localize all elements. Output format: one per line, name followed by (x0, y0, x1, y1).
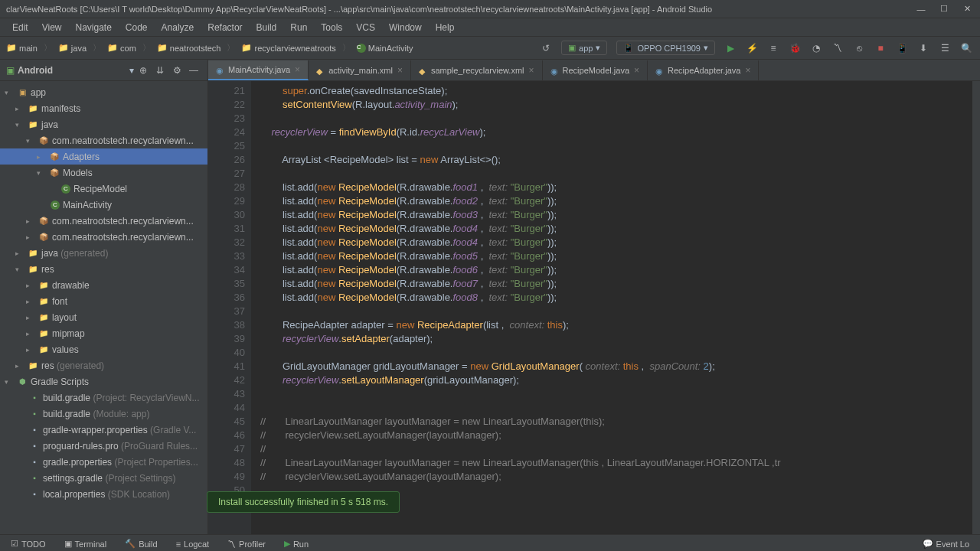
collapse-icon[interactable]: ⇊ (152, 63, 168, 78)
code-editor[interactable]: 2122232425262728293031323334353637383940… (208, 81, 980, 534)
minimize-icon[interactable]: — (914, 4, 928, 15)
tree-mainactivity[interactable]: CMainActivity (0, 197, 207, 213)
tab-todo[interactable]: ☑TODO (3, 537, 54, 550)
menu-refactor[interactable]: Refactor (201, 21, 248, 34)
hammer-icon: 🔨 (125, 539, 136, 549)
tree-file[interactable]: ▪gradle-wrapper.properties (Gradle V... (0, 422, 207, 438)
attach-icon[interactable]: ⎋ (850, 39, 868, 57)
breadcrumb-item[interactable]: 📁recyclarviewneatroots (238, 41, 338, 54)
tree-recipemodel[interactable]: CRecipeModel (0, 181, 207, 197)
package-icon: 📦 (49, 168, 60, 178)
tree-layout[interactable]: ▸📁layout (0, 309, 207, 325)
menu-vcs[interactable]: VCS (350, 21, 381, 34)
maximize-icon[interactable]: ☐ (937, 4, 951, 15)
tab-terminal[interactable]: ▣Terminal (57, 537, 115, 550)
chevron-down-icon[interactable]: ▾ (129, 65, 134, 76)
stop-icon[interactable]: ■ (871, 39, 890, 57)
tab-build[interactable]: 🔨Build (117, 537, 165, 550)
menu-run[interactable]: Run (284, 21, 313, 34)
close-icon[interactable]: × (295, 64, 300, 75)
java-icon: ◉ (216, 66, 224, 73)
package-icon: 📦 (38, 232, 49, 243)
close-icon[interactable]: ✕ (960, 4, 974, 15)
menu-edit[interactable]: Edit (6, 21, 34, 34)
tree-app[interactable]: ▾▣app (0, 84, 207, 100)
package-icon: 📦 (38, 216, 49, 227)
tab-sample-recyclarview[interactable]: ◆sample_recyclarview.xml× (411, 60, 543, 80)
avd-icon[interactable]: 📱 (893, 39, 911, 57)
sidebar-title[interactable]: Android (18, 65, 129, 76)
list-icon[interactable]: ≡ (764, 39, 782, 57)
tree-file[interactable]: ▪build.gradle (Project: RecyclarViewN... (0, 390, 207, 406)
tree-file[interactable]: ▪build.gradle (Module: app) (0, 406, 207, 422)
tab-logcat[interactable]: ≡Logcat (168, 538, 217, 550)
breadcrumb-item[interactable]: 📁main (3, 41, 41, 54)
tree-file[interactable]: ▪proguard-rules.pro (ProGuard Rules... (0, 438, 207, 454)
run-icon[interactable]: ▶ (721, 39, 740, 57)
project-tree[interactable]: ▾▣app ▸📁manifests ▾📁java ▾📦com.neatroots… (0, 81, 207, 534)
xml-icon: ◆ (419, 67, 426, 74)
tree-values[interactable]: ▸📁values (0, 341, 207, 357)
code-content[interactable]: super.onCreate(savedInstanceState); setC… (251, 81, 980, 534)
hide-icon[interactable]: — (186, 63, 201, 78)
tree-manifests[interactable]: ▸📁manifests (0, 100, 207, 116)
properties-icon: ▪ (29, 457, 40, 468)
breadcrumb: 📁main〉 📁java〉 📁com〉 📁neatrootstech〉 📁rec… (3, 41, 416, 54)
properties-icon: ▪ (29, 425, 40, 435)
tree-javagen[interactable]: ▸📁java (generated) (0, 245, 207, 261)
tree-package[interactable]: ▸📦com.neatrootstech.recyclarviewn... (0, 213, 207, 229)
menu-window[interactable]: Window (383, 21, 428, 34)
search-icon[interactable]: 🔍 (957, 39, 975, 57)
profiler-icon[interactable]: 〽 (828, 39, 847, 57)
tab-event-log[interactable]: 💬Event Lo (915, 537, 977, 550)
close-icon[interactable]: × (397, 65, 403, 76)
tab-activity-main[interactable]: ◆activity_main.xml× (309, 60, 411, 80)
tab-profiler[interactable]: 〽Profiler (220, 538, 273, 550)
tree-adapters[interactable]: ▸📦Adapters (0, 148, 207, 165)
tree-models[interactable]: ▾📦Models (0, 165, 207, 181)
tab-mainactivity[interactable]: ◉MainActivity.java× (208, 60, 309, 80)
close-icon[interactable]: × (529, 65, 534, 76)
tree-package[interactable]: ▾📦com.neatrootstech.recyclarviewn... (0, 132, 207, 148)
tab-recipemodel[interactable]: ◉RecipeModel.java× (543, 60, 648, 80)
device-selector[interactable]: 📱 OPPO CPH1909 ▾ (616, 41, 715, 55)
run-config-selector[interactable]: ▣ app ▾ (561, 41, 607, 55)
target-icon[interactable]: ⊕ (136, 63, 151, 78)
title-bar: clarViewNeatRoots [C:\Users\I T world\De… (0, 0, 980, 18)
apply-changes-icon[interactable]: ⚡ (743, 39, 761, 57)
tab-recipeadapter[interactable]: ◉RecipeAdapter.java× (648, 60, 759, 80)
menu-code[interactable]: Code (119, 21, 154, 34)
menu-tools[interactable]: Tools (315, 21, 348, 34)
menu-analyze[interactable]: Analyze (155, 21, 201, 34)
gear-icon[interactable]: ⚙ (169, 63, 185, 78)
breadcrumb-item[interactable]: CMainActivity (354, 42, 416, 54)
breadcrumb-item[interactable]: 📁java (55, 41, 90, 54)
close-icon[interactable]: × (634, 65, 639, 76)
menu-navigate[interactable]: Navigate (69, 21, 117, 34)
sdk-icon[interactable]: ⬇ (914, 39, 933, 57)
structure-icon[interactable]: ☰ (936, 39, 954, 57)
tree-package[interactable]: ▸📦com.neatrootstech.recyclarviewn... (0, 229, 207, 245)
scrollbar[interactable] (972, 81, 980, 534)
tree-gradle-scripts[interactable]: ▾⬢Gradle Scripts (0, 373, 207, 390)
close-icon[interactable]: × (745, 65, 750, 76)
package-icon: 📦 (49, 152, 60, 162)
breadcrumb-item[interactable]: 📁com (104, 41, 139, 54)
tree-resgen[interactable]: ▸📁res (generated) (0, 357, 207, 373)
debug-icon[interactable]: 🐞 (786, 39, 804, 57)
tree-file[interactable]: ▪local.properties (SDK Location) (0, 486, 207, 502)
tab-run[interactable]: ▶Run (276, 537, 316, 550)
tree-java[interactable]: ▾📁java (0, 116, 207, 132)
menu-build[interactable]: Build (250, 21, 283, 34)
menu-view[interactable]: View (36, 21, 68, 34)
tree-res[interactable]: ▾📁res (0, 261, 207, 277)
tree-drawable[interactable]: ▸📁drawable (0, 277, 207, 293)
tree-file[interactable]: ▪gradle.properties (Project Properties..… (0, 454, 207, 470)
tree-file[interactable]: ▪settings.gradle (Project Settings) (0, 470, 207, 486)
breadcrumb-item[interactable]: 📁neatrootstech (154, 41, 224, 54)
tree-font[interactable]: ▸📁font (0, 293, 207, 309)
tree-mipmap[interactable]: ▸📁mipmap (0, 325, 207, 341)
coverage-icon[interactable]: ◔ (807, 39, 825, 57)
sync-icon[interactable]: ↺ (537, 39, 555, 57)
menu-help[interactable]: Help (430, 21, 461, 34)
